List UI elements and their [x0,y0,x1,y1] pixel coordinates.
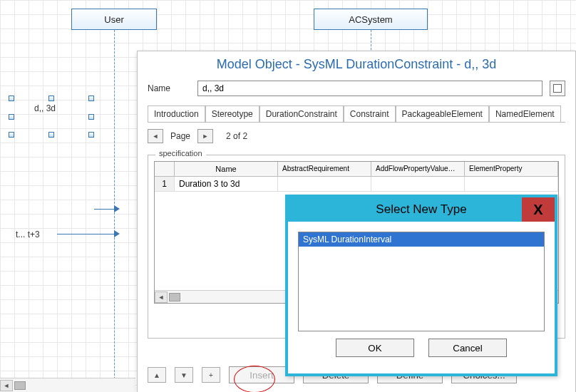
page-position: 2 of 2 [226,131,247,141]
table-row[interactable]: 1 Duration 3 to 3d [155,177,558,192]
selection-handle[interactable] [9,96,14,101]
canvas-hscrollbar[interactable]: ◄ [0,378,135,392]
label-tt3: t... t+3 [16,229,40,239]
tab-durationconstraint[interactable]: DurationConstraint [259,105,344,123]
close-icon: X [533,202,542,218]
table-header-col: AbstractRequirement [278,162,371,176]
row-cell [371,177,465,191]
modal-title: Select New Type [376,202,466,217]
tab-label: PackageableElement [402,109,483,119]
name-label: Name [148,83,190,93]
lifeline-acsystem[interactable]: ACSystem [314,9,428,30]
lifeline-label: User [104,14,123,25]
page-prev-button[interactable]: ◄ [148,129,163,143]
type-listbox[interactable]: SysML DurationInterval [298,232,545,331]
tab-constraint[interactable]: Constraint [344,105,396,123]
tab-label: NamedElement [495,109,555,119]
selection-handle[interactable] [9,114,14,120]
button-label: Insert [250,370,273,381]
selection-handle[interactable] [48,132,54,138]
tab-label: Constraint [350,109,389,119]
tab-introduction[interactable]: Introduction [148,105,205,123]
label-d3d: d,, 3d [34,103,56,113]
selection-handle[interactable] [88,114,94,120]
selection-handle[interactable] [9,132,14,138]
specification-legend: specification [155,149,206,158]
table-header-rownum [155,162,175,176]
button-label: Cancel [453,343,483,354]
arrow-line [57,234,115,234]
row-cell [465,177,558,191]
tab-bar: Introduction Stereotype DurationConstrai… [148,105,565,123]
tab-label: Introduction [154,109,199,119]
tab-namedelement[interactable]: NamedElement [489,105,561,123]
table-header-col: AddFlowPropertyValueOnNestedPortAction [371,162,465,176]
page-label: Page [170,131,190,141]
lifeline-user[interactable]: User [71,9,157,30]
arrow-head-icon [114,230,120,237]
lifeline-label: ACSystem [349,14,392,25]
row-cell [278,177,371,191]
select-new-type-dialog: Select New Type X SysML DurationInterval… [285,195,557,376]
list-item[interactable]: SysML DurationInterval [299,232,544,247]
table-header-col: ElementProperty [465,162,558,176]
name-picker-button[interactable] [550,81,565,96]
add-button[interactable]: + [202,367,220,383]
page-next-button[interactable]: ► [197,129,213,143]
cancel-button[interactable]: Cancel [428,339,507,357]
row-number: 1 [155,177,175,191]
scroll-left-icon[interactable]: ◄ [0,380,13,391]
selection-handle[interactable] [88,132,94,138]
move-up-button[interactable]: ▲ [148,367,166,383]
selection-handle[interactable] [88,96,94,101]
button-label: OK [368,343,381,354]
dialog-title: Model Object - SysML DurationConstraint … [138,51,575,81]
scroll-thumb[interactable] [169,293,180,301]
list-item-label: SysML DurationInterval [303,234,391,244]
table-header-name: Name [175,162,278,176]
tab-label: DurationConstraint [266,109,337,119]
close-button[interactable]: X [522,197,555,222]
row-name: Duration 3 to 3d [175,177,278,191]
arrow-head-icon [114,205,120,212]
plus-icon: + [209,371,213,379]
selection-handle[interactable] [48,96,54,101]
ok-button[interactable]: OK [336,339,414,357]
move-down-button[interactable]: ▼ [175,367,193,383]
name-input[interactable] [197,81,542,96]
scroll-left-icon[interactable]: ◄ [155,292,168,303]
arrow-line [94,209,115,210]
scroll-thumb[interactable] [14,381,26,390]
tab-stereotype[interactable]: Stereotype [205,105,259,123]
tab-label: Stereotype [212,109,253,119]
tab-packageableelement[interactable]: PackageableElement [396,105,489,123]
